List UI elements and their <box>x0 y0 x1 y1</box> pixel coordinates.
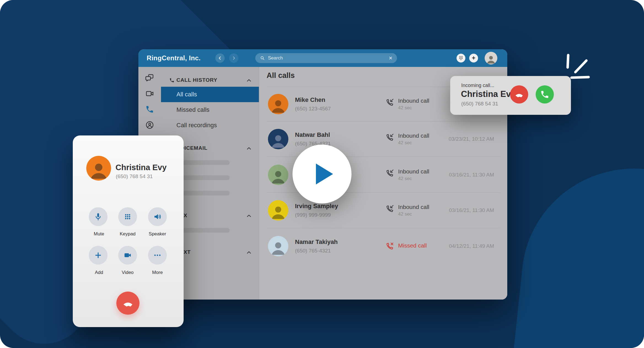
ellipsis-icon <box>153 251 162 259</box>
video-camera-icon <box>123 251 132 260</box>
call-timestamp: 03/16/21, 11:30 AM <box>449 207 494 213</box>
nav-section-label: CALL HISTORY <box>176 77 218 83</box>
rail-item-message[interactable] <box>145 73 155 83</box>
person-icon <box>269 167 287 185</box>
hangup-icon <box>514 89 524 100</box>
call-row[interactable]: Irving Sampley(999) 999-9999 Inbound cal… <box>267 192 500 228</box>
back-button[interactable] <box>215 53 225 63</box>
call-status: Missed call <box>398 242 427 249</box>
chevron-up-icon[interactable] <box>247 147 251 150</box>
avatar <box>268 165 288 185</box>
marketing-canvas: RingCentral, Inc. Search ✕ + <box>0 0 644 348</box>
skeleton-bar <box>176 160 230 165</box>
plus-icon <box>94 251 102 259</box>
action-label: More <box>141 270 174 275</box>
nav-item-missed-calls[interactable]: Missed calls <box>161 102 259 118</box>
inbound-call-icon <box>385 132 395 142</box>
video-button[interactable] <box>118 246 137 265</box>
call-timestamp: 03/23/21, 10:12 AM <box>449 136 494 142</box>
missed-call-icon <box>385 241 395 251</box>
rail-item-contacts[interactable] <box>145 120 155 130</box>
phone-small-icon <box>169 78 175 83</box>
caller-name: Christina Evy <box>461 89 516 99</box>
caller-phone: (650) 768 54 31 <box>116 173 153 180</box>
forward-button[interactable] <box>229 53 238 63</box>
contact-phone: (650) 765-4321 <box>295 248 338 254</box>
skeleton-bar <box>176 191 230 195</box>
action-label: Add <box>82 270 116 275</box>
call-duration: 42 sec <box>398 176 429 181</box>
action-label: Keypad <box>111 231 144 237</box>
person-icon <box>485 53 497 64</box>
call-timestamp: 03/16/21, 11:30 AM <box>449 172 494 178</box>
caller-name: Christina Evy <box>116 163 167 172</box>
call-row[interactable]: Natwar Bahl(650) 765-4321 Inbound call42… <box>267 121 500 157</box>
speaker-button[interactable] <box>148 207 167 226</box>
skeleton-bar <box>176 228 230 233</box>
skeleton-bar <box>176 175 230 180</box>
search-placeholder: Search <box>268 55 386 61</box>
inbound-call-icon <box>385 204 395 214</box>
nav-item-all-calls[interactable]: All calls <box>161 87 259 102</box>
chat-icon <box>145 73 154 83</box>
person-icon <box>269 238 287 256</box>
play-icon <box>316 164 333 184</box>
contact-name: Namar Takiyah <box>295 238 338 246</box>
dialpad-icon <box>458 55 463 61</box>
call-timestamp: 04/12/21, 11:49 AM <box>449 243 494 249</box>
contact-phone: (650) 123-4567 <box>295 106 331 112</box>
call-status: Inbound call <box>398 97 429 104</box>
app-title: RingCentral, Inc. <box>147 54 201 62</box>
more-button[interactable] <box>148 246 167 265</box>
profile-avatar[interactable] <box>485 52 497 64</box>
inbound-call-icon <box>385 168 395 178</box>
avatar <box>268 129 288 149</box>
keypad-button[interactable] <box>118 207 137 226</box>
call-status: Inbound call <box>398 132 429 139</box>
keypad-icon <box>124 213 132 221</box>
chevron-up-icon[interactable] <box>247 251 251 254</box>
person-icon <box>269 202 287 221</box>
rail-item-phone[interactable] <box>145 104 155 114</box>
dialpad-button[interactable] <box>457 54 465 62</box>
incoming-call-label: Incoming call... <box>461 83 494 88</box>
nav-item-call-recordings[interactable]: Call recordings <box>161 118 259 133</box>
app-topbar: RingCentral, Inc. Search ✕ + <box>138 49 507 67</box>
incoming-call-toast: Incoming call... Christina Evy (650) 768… <box>450 76 571 115</box>
action-label: Speaker <box>141 231 174 237</box>
clear-search-icon[interactable]: ✕ <box>389 55 393 61</box>
hangup-icon <box>122 297 134 309</box>
decline-call-button[interactable] <box>510 85 528 104</box>
search-icon <box>260 55 265 61</box>
avatar <box>268 236 288 256</box>
accept-call-button[interactable] <box>536 85 554 104</box>
new-actions-button[interactable]: + <box>469 54 478 62</box>
call-duration: 42 sec <box>398 140 429 146</box>
person-icon <box>88 159 110 181</box>
search-input[interactable]: Search ✕ <box>255 53 397 63</box>
contacts-icon <box>145 120 154 130</box>
page-title: All calls <box>267 71 295 80</box>
add-call-button[interactable] <box>89 246 108 265</box>
contact-name: Irving Sampley <box>295 203 338 210</box>
call-duration: 42 sec <box>398 105 429 111</box>
play-button[interactable] <box>293 145 351 203</box>
microphone-icon <box>93 212 103 221</box>
speaker-icon <box>153 212 162 221</box>
contact-phone: (999) 999-9999 <box>295 212 338 218</box>
nav-section-call-history[interactable]: CALL HISTORY <box>161 75 259 86</box>
video-camera-icon <box>145 89 154 98</box>
chevron-up-icon[interactable] <box>247 214 251 217</box>
hangup-button[interactable] <box>116 292 139 315</box>
action-label: Video <box>111 270 144 275</box>
plus-icon: + <box>472 55 476 61</box>
nav-item-label: All calls <box>176 91 197 98</box>
mute-button[interactable] <box>89 207 108 226</box>
contact-name: Mike Chen <box>295 96 331 104</box>
nav-item-label: Call recordings <box>176 122 217 129</box>
call-row[interactable]: Namar Takiyah(650) 765-4321 Missed call … <box>267 228 500 264</box>
rail-item-video[interactable] <box>145 89 155 99</box>
chevron-up-icon[interactable] <box>247 79 251 82</box>
phone-icon <box>145 105 154 114</box>
caller-phone: (650) 768 54 31 <box>461 101 498 107</box>
